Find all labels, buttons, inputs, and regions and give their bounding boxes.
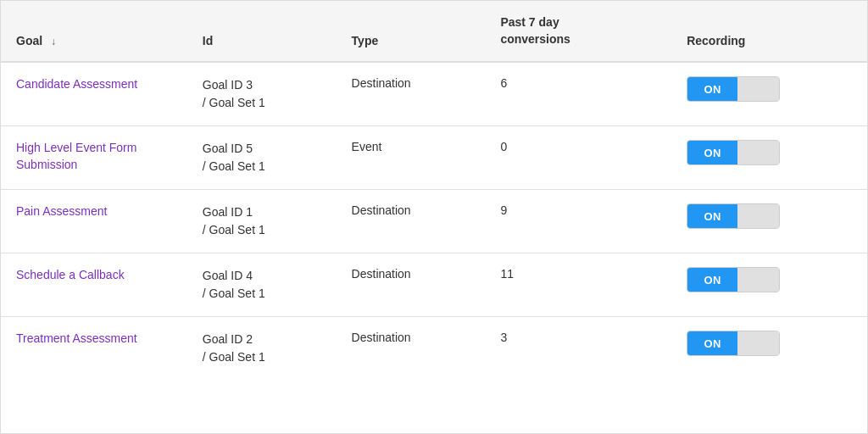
- conversions-column-header: Past 7 dayconversions: [485, 1, 671, 62]
- toggle-on-label: ON: [687, 331, 737, 355]
- type-cell: Destination: [337, 317, 486, 381]
- type-column-header: Type: [337, 1, 486, 62]
- goal-header-label: Goal: [16, 34, 42, 47]
- toggle-on-label: ON: [687, 77, 737, 101]
- recording-cell: ON: [671, 253, 867, 317]
- recording-toggle[interactable]: ON: [687, 331, 780, 356]
- goal-cell: Treatment Assessment: [1, 317, 187, 381]
- table-row: Pain AssessmentGoal ID 1/ Goal Set 1Dest…: [1, 190, 867, 253]
- goals-table-container: Goal ↓ Id Type Past 7 dayconversions Rec…: [0, 0, 868, 434]
- goal-link[interactable]: Treatment Assessment: [16, 331, 172, 348]
- id-cell: Goal ID 2/ Goal Set 1: [187, 317, 337, 381]
- goal-link[interactable]: Candidate Assessment: [16, 76, 172, 93]
- toggle-off-area: [737, 268, 779, 292]
- recording-header-label: Recording: [687, 34, 745, 47]
- table-row: High Level Event Form SubmissionGoal ID …: [1, 126, 867, 190]
- id-cell: Goal ID 4/ Goal Set 1: [187, 253, 337, 317]
- recording-toggle[interactable]: ON: [687, 203, 780, 229]
- table-row: Schedule a CallbackGoal ID 4/ Goal Set 1…: [1, 253, 867, 317]
- toggle-on-label: ON: [687, 141, 737, 164]
- type-cell: Destination: [337, 190, 486, 253]
- type-cell: Destination: [337, 62, 486, 126]
- toggle-off-area: [737, 141, 779, 164]
- recording-cell: ON: [671, 317, 867, 381]
- recording-toggle[interactable]: ON: [687, 76, 780, 102]
- toggle-on-label: ON: [687, 204, 737, 228]
- toggle-container: ON: [687, 76, 788, 102]
- goal-cell: Schedule a Callback: [1, 253, 187, 317]
- conversions-cell: 6: [485, 62, 671, 126]
- recording-column-header: Recording: [671, 1, 867, 62]
- toggle-off-area: [737, 204, 779, 228]
- id-cell: Goal ID 1/ Goal Set 1: [187, 190, 337, 253]
- toggle-container: ON: [687, 267, 788, 292]
- conversions-cell: 0: [485, 126, 671, 190]
- goal-column-header[interactable]: Goal ↓: [1, 1, 187, 62]
- sort-icon: ↓: [51, 36, 56, 47]
- recording-cell: ON: [671, 62, 867, 126]
- toggle-on-label: ON: [687, 268, 737, 292]
- type-cell: Destination: [337, 253, 486, 317]
- id-cell: Goal ID 5/ Goal Set 1: [187, 126, 337, 190]
- goal-link[interactable]: Pain Assessment: [16, 203, 172, 220]
- table-body: Candidate AssessmentGoal ID 3/ Goal Set …: [1, 62, 867, 380]
- goals-table: Goal ↓ Id Type Past 7 dayconversions Rec…: [1, 1, 867, 380]
- conversions-cell: 3: [485, 317, 671, 381]
- type-header-label: Type: [352, 34, 379, 47]
- table-row: Candidate AssessmentGoal ID 3/ Goal Set …: [1, 62, 867, 126]
- recording-toggle[interactable]: ON: [687, 140, 780, 165]
- recording-cell: ON: [671, 190, 867, 253]
- conversions-cell: 9: [485, 190, 671, 253]
- conversions-header-label: Past 7 dayconversions: [500, 15, 570, 46]
- goal-cell: High Level Event Form Submission: [1, 126, 187, 190]
- goal-cell: Pain Assessment: [1, 190, 187, 253]
- conversions-cell: 11: [485, 253, 671, 317]
- goal-link[interactable]: High Level Event Form Submission: [16, 140, 172, 173]
- type-cell: Event: [337, 126, 486, 190]
- goal-link[interactable]: Schedule a Callback: [16, 267, 172, 284]
- toggle-container: ON: [687, 331, 788, 356]
- toggle-off-area: [737, 331, 779, 355]
- id-header-label: Id: [203, 34, 213, 47]
- toggle-container: ON: [687, 203, 788, 229]
- table-header-row: Goal ↓ Id Type Past 7 dayconversions Rec…: [1, 1, 867, 62]
- table-row: Treatment AssessmentGoal ID 2/ Goal Set …: [1, 317, 867, 381]
- recording-toggle[interactable]: ON: [687, 267, 780, 292]
- id-column-header: Id: [187, 1, 337, 62]
- id-cell: Goal ID 3/ Goal Set 1: [187, 62, 337, 126]
- goal-cell: Candidate Assessment: [1, 62, 187, 126]
- toggle-off-area: [737, 77, 779, 101]
- recording-cell: ON: [671, 126, 867, 190]
- toggle-container: ON: [687, 140, 788, 165]
